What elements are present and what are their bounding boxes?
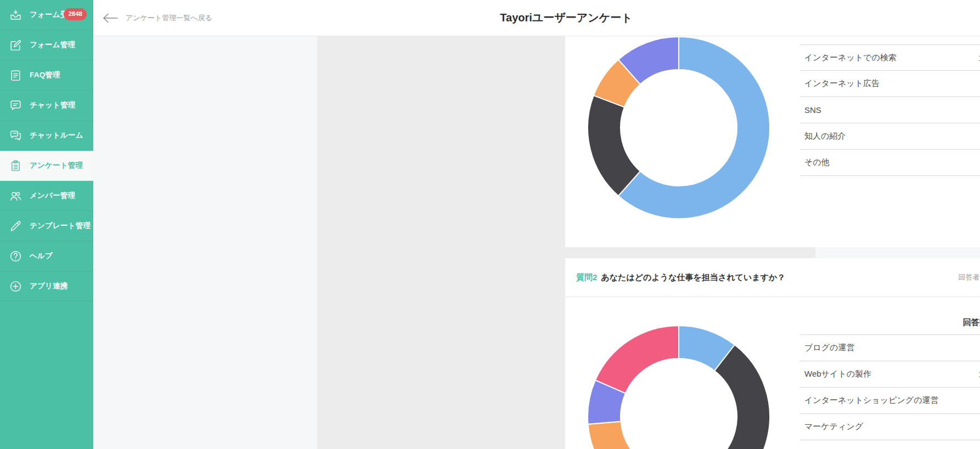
sidebar-item-label: アンケート管理 <box>30 161 83 170</box>
page-title: Tayoriユーザーアンケート <box>500 0 632 36</box>
answer-row: インターネットショッピングの運営3 <box>800 388 980 414</box>
back-link-label: アンケート管理一覧へ戻る <box>126 13 212 23</box>
answer-row: インターネットでの検索16 <box>800 44 980 71</box>
template-pencil-icon <box>9 219 22 233</box>
sidebar-item-label: FAQ管理 <box>30 70 60 80</box>
sidebar-item-label: アプリ連携 <box>30 281 67 291</box>
answer-label: ブログの運営 <box>800 343 854 353</box>
sidebar-item-label: テンプレート管理 <box>30 221 91 231</box>
answers-table-q1: インターネットでの検索16インターネット広告5SNS0知人の紹介2その他3 <box>800 44 980 176</box>
answer-label: インターネットショッピングの運営 <box>800 395 939 406</box>
answers-table-q2: 回答数ブログの運営4Webサイトの製作14インターネットショッピングの運営3マー… <box>800 311 980 449</box>
answer-label: Webサイトの製作 <box>800 369 871 379</box>
answer-label: インターネットでの検索 <box>800 53 897 63</box>
donut-slice[interactable] <box>588 95 640 196</box>
back-link[interactable]: アンケート管理一覧へ戻る <box>102 0 212 36</box>
answer-row: インターネット広告5 <box>800 71 980 97</box>
form-edit-icon <box>9 38 22 52</box>
question-card-1: インターネットでの検索16インターネット広告5SNS0知人の紹介2その他3 <box>565 36 980 247</box>
answers-col-header: 回答数 <box>963 317 980 328</box>
sidebar-item-8[interactable]: テンプレート管理 <box>0 211 93 241</box>
sidebar-item-label: チャット管理 <box>30 100 75 110</box>
sidebar-item-label: ヘルプ <box>30 251 53 261</box>
respondents-count: 回答者数：25 <box>959 272 980 282</box>
inbox-icon <box>9 8 22 22</box>
question-card-2: 質問2 あなたはどのような仕事を担当されていますか？ 回答者数：25 回答数ブロ… <box>565 258 980 449</box>
question-text: あなたはどのような仕事を担当されていますか？ <box>601 272 785 283</box>
sidebar-item-label: メンバー管理 <box>30 191 75 201</box>
plus-circle-icon <box>9 280 22 293</box>
answer-row: ブログの運営4 <box>800 335 980 361</box>
members-icon <box>9 189 22 203</box>
answer-label: インターネット広告 <box>800 78 880 89</box>
back-arrow-icon <box>102 13 119 23</box>
chat-rooms-icon <box>9 129 22 143</box>
answer-label: マーケティング <box>800 422 863 432</box>
question-header: 質問2 あなたはどのような仕事を担当されていますか？ 回答者数：25 <box>565 258 980 297</box>
sidebar-item-4[interactable]: チャット管理 <box>0 90 93 121</box>
donut-chart-q1[interactable] <box>587 36 770 219</box>
question-number: 質問2 <box>576 272 597 283</box>
answers-table-header-row: 回答数 <box>800 311 980 335</box>
unread-count-badge: 2848 <box>64 8 87 20</box>
answer-row: 知人の紹介2 <box>800 123 980 150</box>
sidebar-item-6[interactable]: アンケート管理 <box>0 151 93 181</box>
sidebar-item-2[interactable]: フォーム管理 <box>0 30 93 60</box>
chat-icon <box>9 99 22 112</box>
donut-chart-q2[interactable] <box>587 325 770 449</box>
tayori-app-window: フォーム受信箱2848フォーム管理FAQ管理チャット管理チャットルームアンケート… <box>0 0 980 449</box>
donut-slice[interactable] <box>595 326 679 393</box>
help-icon <box>9 249 22 263</box>
sidebar: フォーム受信箱2848フォーム管理FAQ管理チャット管理チャットルームアンケート… <box>0 0 93 449</box>
survey-preview-panel: インターネットでの検索16インターネット広告5SNS0知人の紹介2その他3 質問… <box>317 36 815 449</box>
answer-row: SNS0 <box>800 97 980 123</box>
sidebar-item-10[interactable]: アプリ連携 <box>0 271 93 302</box>
answer-row: Webサイトの製作14 <box>800 361 980 388</box>
sidebar-item-label: チャットルーム <box>30 130 83 140</box>
sidebar-item-3[interactable]: FAQ管理 <box>0 60 93 90</box>
answer-label: SNS <box>800 105 821 115</box>
sidebar-item-label: フォーム管理 <box>30 40 75 50</box>
answer-label: その他 <box>800 157 830 168</box>
sidebar-item-1[interactable]: フォーム受信箱2848 <box>0 0 93 30</box>
donut-slice[interactable] <box>588 422 660 449</box>
answer-row: その他3 <box>800 150 980 176</box>
main-content: インターネットでの検索16インターネット広告5SNS0知人の紹介2その他3 質問… <box>93 36 980 449</box>
clipboard-icon <box>9 159 22 173</box>
sidebar-item-5[interactable]: チャットルーム <box>0 121 93 151</box>
sidebar-item-9[interactable]: ヘルプ <box>0 241 93 271</box>
answer-row: マーケティング7 <box>800 414 980 440</box>
sidebar-item-7[interactable]: メンバー管理 <box>0 181 93 211</box>
faq-doc-icon <box>9 69 22 82</box>
answer-label: 知人の紹介 <box>800 131 846 141</box>
top-header-bar: アンケート管理一覧へ戻る Tayoriユーザーアンケート <box>93 0 980 36</box>
answer-row-partial <box>800 440 980 449</box>
